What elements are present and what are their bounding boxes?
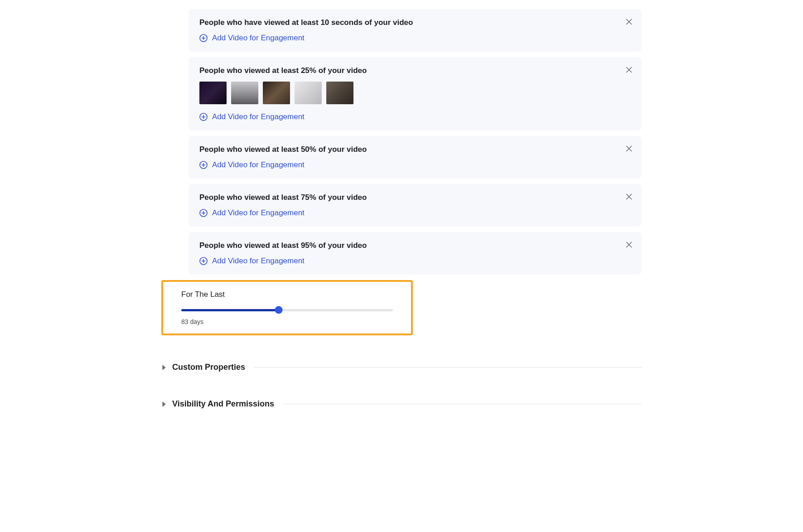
retention-slider[interactable] <box>181 305 393 314</box>
close-icon[interactable] <box>624 240 634 249</box>
section-title: Visibility And Permissions <box>172 399 274 409</box>
section-divider <box>283 404 642 404</box>
engagement-card-50pct: People who viewed at least 50% of your v… <box>189 136 642 179</box>
video-thumbnails <box>199 82 631 104</box>
add-video-button[interactable]: Add Video for Engagement <box>199 208 631 218</box>
engagement-card-10s: People who have viewed at least 10 secon… <box>189 9 642 52</box>
slider-value: 83 days <box>181 318 393 325</box>
video-thumbnail[interactable] <box>295 82 322 104</box>
video-thumbnail[interactable] <box>199 82 227 104</box>
slider-fill <box>181 309 279 311</box>
add-video-label: Add Video for Engagement <box>212 208 305 218</box>
plus-circle-icon <box>199 34 208 42</box>
section-divider <box>254 367 642 368</box>
add-video-label: Add Video for Engagement <box>212 34 305 43</box>
section-title: Custom Properties <box>172 363 245 372</box>
add-video-label: Add Video for Engagement <box>212 256 305 266</box>
section-custom-properties[interactable]: Custom Properties <box>161 363 642 372</box>
close-icon[interactable] <box>624 144 634 153</box>
engagement-card-75pct: People who viewed at least 75% of your v… <box>189 184 642 227</box>
add-video-button[interactable]: Add Video for Engagement <box>199 34 631 43</box>
slider-track <box>181 309 393 311</box>
add-video-button[interactable]: Add Video for Engagement <box>199 160 631 169</box>
close-icon[interactable] <box>624 65 634 74</box>
video-thumbnail[interactable] <box>326 82 353 104</box>
retention-slider-highlight: For The Last 83 days <box>161 280 413 335</box>
card-title: People who viewed at least 50% of your v… <box>199 145 631 154</box>
add-video-label: Add Video for Engagement <box>212 160 305 169</box>
engagement-card-95pct: People who viewed at least 95% of your v… <box>189 232 642 275</box>
slider-thumb[interactable] <box>275 306 282 314</box>
plus-circle-icon <box>199 257 208 265</box>
card-title: People who viewed at least 95% of your v… <box>199 241 631 250</box>
plus-circle-icon <box>199 209 208 217</box>
plus-circle-icon <box>199 113 208 121</box>
close-icon[interactable] <box>624 17 634 26</box>
engagement-cards: People who have viewed at least 10 secon… <box>161 9 642 275</box>
chevron-right-icon <box>161 401 167 407</box>
section-visibility-permissions[interactable]: Visibility And Permissions <box>161 399 642 409</box>
close-icon[interactable] <box>624 192 634 201</box>
add-video-button[interactable]: Add Video for Engagement <box>199 112 631 121</box>
card-title: People who have viewed at least 10 secon… <box>199 18 631 27</box>
chevron-right-icon <box>161 365 167 370</box>
video-thumbnail[interactable] <box>263 82 290 104</box>
engagement-card-25pct: People who viewed at least 25% of your v… <box>189 57 642 131</box>
slider-label: For The Last <box>181 290 393 299</box>
plus-circle-icon <box>199 161 208 169</box>
card-title: People who viewed at least 75% of your v… <box>199 193 631 202</box>
video-thumbnail[interactable] <box>231 82 258 104</box>
add-video-button[interactable]: Add Video for Engagement <box>199 256 631 266</box>
card-title: People who viewed at least 25% of your v… <box>199 66 631 75</box>
add-video-label: Add Video for Engagement <box>212 112 305 121</box>
